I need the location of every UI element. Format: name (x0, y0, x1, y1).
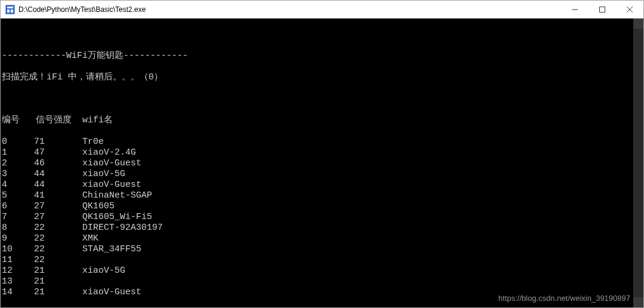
svg-rect-3 (11, 10, 13, 13)
vertical-scrollbar[interactable] (633, 19, 643, 307)
table-row: 10 22 STAR_34FF55 (2, 244, 642, 255)
table-row: 9 22 XMK (2, 233, 642, 244)
table-row: 3 44 xiaoV-5G (2, 169, 642, 180)
window-controls (561, 1, 643, 18)
table-row: 8 22 DIRECT-92A30197 (2, 223, 642, 233)
app-window: D:\Code\Python\MyTest\Basic\Test2.exe --… (0, 0, 644, 308)
svg-rect-2 (7, 10, 10, 13)
console-output: ------------WiFi万能钥匙------------ 扫描完成！iF… (1, 40, 643, 307)
banner-line: ------------WiFi万能钥匙------------ (2, 51, 642, 61)
table-row: 4 44 xiaoV-Guest (2, 180, 642, 190)
table-row: 2 46 xiaoV-Guest (2, 158, 642, 169)
table-row: 1 47 xiaoV-2.4G (2, 147, 642, 158)
maximize-button[interactable] (589, 1, 616, 18)
table-row: 6 27 QK1605 (2, 201, 642, 212)
close-button[interactable] (616, 1, 643, 18)
titlebar[interactable]: D:\Code\Python\MyTest\Basic\Test2.exe (1, 1, 643, 19)
svg-rect-5 (600, 7, 605, 12)
table-row: 13 21 (2, 276, 642, 287)
table-row: 5 41 ChinaNet-SGAP (2, 190, 642, 201)
table-row: 11 22 (2, 255, 642, 266)
table-row: 0 71 Tr0e (2, 137, 642, 147)
table-row: 7 27 QK1605_Wi-Fi5 (2, 212, 642, 223)
scan-status: 扫描完成！iFi 中，请稍后。。。（0） (2, 72, 642, 83)
watermark-text: https://blog.csdn.net/weixin_39190897 (499, 293, 630, 304)
window-title: D:\Code\Python\MyTest\Basic\Test2.exe (18, 5, 561, 14)
svg-rect-1 (7, 7, 13, 8)
app-icon (5, 5, 15, 14)
wifi-table-header: 编号 信号强度 wifi名 (2, 115, 642, 126)
table-row: 12 21 xiaoV-5G (2, 266, 642, 276)
minimize-button[interactable] (561, 1, 589, 18)
console-area[interactable]: ------------WiFi万能钥匙------------ 扫描完成！iF… (1, 19, 643, 307)
